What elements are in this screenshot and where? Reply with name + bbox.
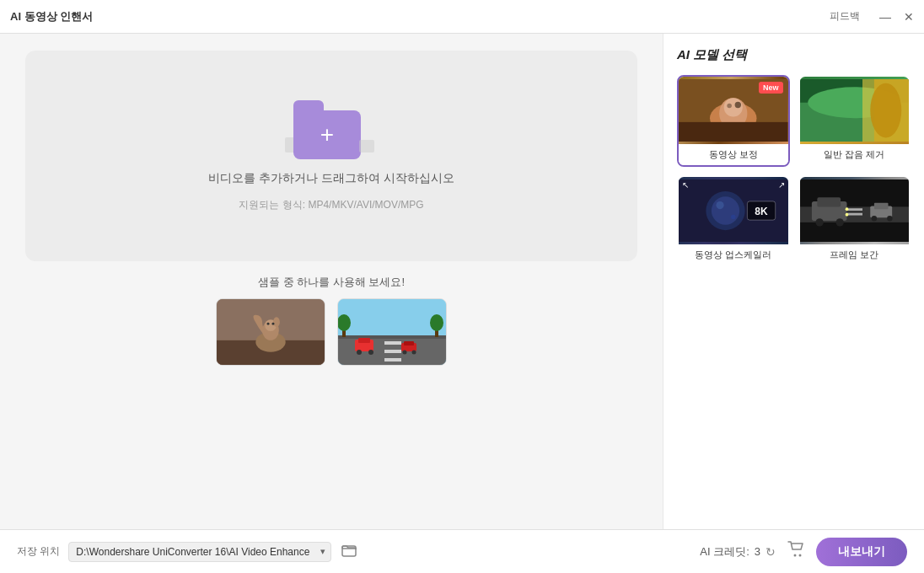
svg-rect-19 xyxy=(404,341,414,345)
save-location-input: D:\Wondershare UniConverter 16\AI Video … xyxy=(68,541,362,563)
svg-point-30 xyxy=(735,102,741,108)
folder-body: + xyxy=(293,110,361,159)
model-thumbnail-noise-remove xyxy=(800,77,910,144)
svg-point-52 xyxy=(815,218,823,226)
svg-rect-55 xyxy=(873,203,888,209)
svg-rect-48 xyxy=(846,208,862,211)
svg-rect-13 xyxy=(384,358,401,361)
model-label-frame-interp: 프레임 보간 xyxy=(800,244,910,265)
credits-refresh-button[interactable]: ↻ xyxy=(766,545,776,559)
model-label-noise-remove: 일반 잡음 제거 xyxy=(800,144,910,165)
svg-point-17 xyxy=(368,350,373,355)
frame-interp-svg xyxy=(800,177,910,244)
arrow-bottom-left: ↙ xyxy=(682,253,689,262)
main-layout: + 비디오를 추가하거나 드래그하여 시작하십시오 지원되는 형식: MP4/M… xyxy=(0,34,924,529)
svg-point-5 xyxy=(273,317,280,327)
svg-point-25 xyxy=(430,314,443,331)
samples-label: 샘플 중 하나를 사용해 보세요! xyxy=(258,275,405,290)
open-folder-button[interactable] xyxy=(336,541,362,563)
model-card-upscale[interactable]: 8K ↖ ↗ ↙ ↘ 동영상 업스케일러 xyxy=(677,175,790,267)
ai-model-title-prefix: AI xyxy=(677,47,690,62)
drop-zone-sub-text: 지원되는 형식: MP4/MKV/AVI/MOV/MPG xyxy=(239,198,423,212)
svg-rect-12 xyxy=(384,350,401,353)
svg-point-20 xyxy=(403,351,407,355)
svg-point-31 xyxy=(727,104,732,109)
minimize-button[interactable]: — xyxy=(880,12,890,22)
svg-point-56 xyxy=(871,216,876,221)
svg-point-7 xyxy=(267,323,270,325)
svg-point-61 xyxy=(794,554,797,557)
svg-point-57 xyxy=(887,216,892,221)
left-panel: + 비디오를 추가하거나 드래그하여 시작하십시오 지원되는 형식: MP4/M… xyxy=(0,34,663,529)
svg-point-38 xyxy=(870,83,901,138)
title-bar-controls: 피드백 — ✕ xyxy=(823,6,914,27)
model-thumbnail-frame-interp xyxy=(800,177,910,244)
svg-point-62 xyxy=(799,554,802,557)
save-path-wrapper[interactable]: D:\Wondershare UniConverter 16\AI Video … xyxy=(68,542,331,562)
app-title-text: AI 동영상 인핸서 xyxy=(10,9,93,24)
sample-road[interactable] xyxy=(337,298,447,366)
svg-rect-15 xyxy=(358,338,370,343)
model-card-video-enhance[interactable]: New 동영상 보정 xyxy=(677,75,790,167)
bottom-bar: 저장 위치 D:\Wondershare UniConverter 16\AI … xyxy=(0,529,924,573)
folder-plus-icon: + xyxy=(320,123,334,147)
folder-tab xyxy=(293,100,324,110)
svg-rect-10 xyxy=(338,335,447,339)
cart-icon xyxy=(787,541,804,558)
export-button[interactable]: 내보내기 xyxy=(816,538,907,566)
model-label-video-enhance: 동영상 보정 xyxy=(679,144,788,165)
ai-credits-label: AI 크레딧: xyxy=(700,544,749,560)
svg-rect-49 xyxy=(846,213,862,216)
arrow-bottom-right: ↘ xyxy=(778,253,785,262)
samples-row xyxy=(216,298,447,366)
svg-point-16 xyxy=(357,350,362,355)
right-panel: AI 모델 선택 New 동영상 보정 xyxy=(663,34,924,529)
folder-deco-right xyxy=(359,140,374,153)
ai-model-title: AI 모델 선택 xyxy=(677,47,911,63)
svg-rect-32 xyxy=(679,122,788,142)
bottom-bar-right: AI 크레딧: 3 ↻ 내보내기 xyxy=(700,538,907,566)
model-badge-new: New xyxy=(759,82,783,94)
svg-point-21 xyxy=(412,351,416,355)
close-button[interactable]: ✕ xyxy=(904,12,914,22)
sample-squirrel[interactable] xyxy=(216,298,325,366)
model-card-frame-interp[interactable]: 프레임 보간 xyxy=(798,175,911,267)
noise-remove-svg xyxy=(800,77,910,144)
svg-rect-11 xyxy=(384,341,401,345)
ai-credits-value: 3 xyxy=(755,545,760,558)
svg-point-59 xyxy=(845,213,848,217)
svg-point-58 xyxy=(845,207,848,211)
model-grid: New 동영상 보정 일반 잡음 제거 xyxy=(677,75,911,267)
svg-point-6 xyxy=(271,323,274,325)
svg-rect-51 xyxy=(817,197,841,206)
cart-button[interactable] xyxy=(787,541,804,562)
squirrel-svg xyxy=(217,298,325,366)
road-thumbnail xyxy=(338,299,446,365)
arrow-top-right: ↗ xyxy=(778,180,785,190)
folder-open-icon xyxy=(341,543,357,558)
model-card-noise-remove[interactable]: 일반 잡음 제거 xyxy=(798,75,911,167)
squirrel-thumbnail xyxy=(217,299,325,365)
upload-folder-icon: + xyxy=(293,100,369,159)
road-svg xyxy=(338,299,447,366)
title-bar: AI 동영상 인핸서 피드백 — ✕ xyxy=(0,0,924,34)
upscale-arrows-overlay: ↖ ↗ ↙ ↘ xyxy=(679,177,788,265)
samples-section: 샘플 중 하나를 사용해 보세요! xyxy=(25,275,637,366)
feedback-button[interactable]: 피드백 xyxy=(823,6,867,27)
ai-credits: AI 크레딧: 3 ↻ xyxy=(700,544,776,560)
svg-point-53 xyxy=(835,218,843,226)
drop-zone[interactable]: + 비디오를 추가하거나 드래그하여 시작하십시오 지원되는 형식: MP4/M… xyxy=(25,51,637,261)
drop-zone-main-text: 비디오를 추가하거나 드래그하여 시작하십시오 xyxy=(208,171,454,186)
model-thumbnail-upscale: 8K ↖ ↗ ↙ ↘ xyxy=(679,177,788,244)
save-location-label: 저장 위치 xyxy=(17,544,60,559)
arrow-top-left: ↖ xyxy=(682,180,689,190)
save-path-select[interactable]: D:\Wondershare UniConverter 16\AI Video … xyxy=(68,542,331,562)
ai-model-title-text: 모델 선택 xyxy=(693,47,747,62)
app-title: AI 동영상 인핸서 xyxy=(10,9,93,24)
